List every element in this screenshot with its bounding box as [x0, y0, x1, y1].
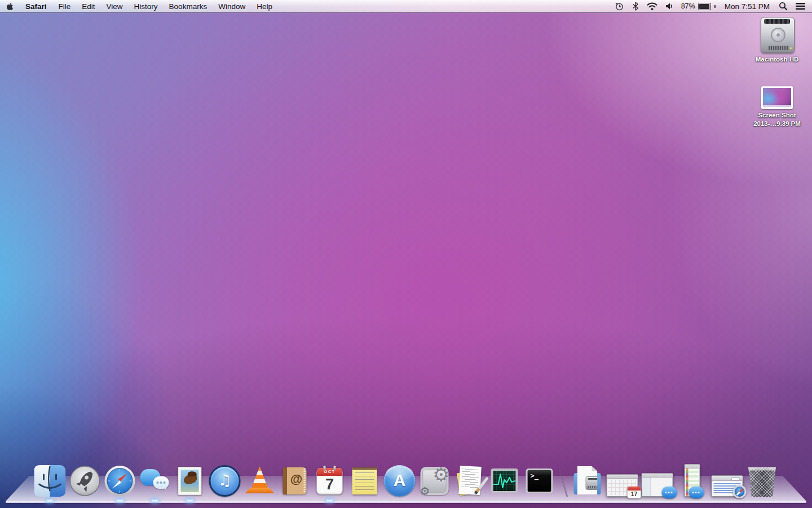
dock-minimized-ical-window[interactable]: 17	[607, 465, 638, 497]
volume-icon[interactable]	[661, 0, 677, 12]
running-indicator	[152, 500, 158, 502]
vlc-icon	[244, 465, 276, 497]
menu-file[interactable]: File	[53, 0, 77, 12]
desktop-icon-macintosh-hd[interactable]: Macintosh HD	[750, 16, 804, 64]
system-preferences-icon: ⚙ ⚙	[419, 465, 451, 497]
menu-view[interactable]: View	[101, 0, 129, 12]
stickies-icon	[349, 465, 381, 497]
dock-messages[interactable]	[139, 465, 171, 497]
menu-safari[interactable]: Safari	[19, 0, 53, 12]
terminal-prompt-glyph: >_	[531, 472, 539, 480]
music-note-glyph: ♫	[211, 471, 239, 489]
messages-icon	[139, 465, 171, 497]
wifi-icon[interactable]	[643, 0, 661, 12]
desktop-wallpaper: Safari File Edit View History Bookmarks …	[0, 0, 812, 508]
textedit-icon	[454, 465, 486, 497]
menu-bookmarks[interactable]: Bookmarks	[164, 0, 213, 12]
dock: ♫ @ OCT 7	[0, 456, 812, 508]
dock-launchpad[interactable]	[69, 465, 101, 497]
trash-icon	[747, 465, 778, 497]
dock-app-store[interactable]: A	[384, 465, 416, 497]
dock-textedit[interactable]	[454, 465, 486, 497]
dock-documents-stack[interactable]	[572, 465, 603, 497]
running-indicator	[187, 500, 193, 502]
safari-badge-icon	[733, 485, 747, 498]
minimized-ical-window: 17	[607, 474, 638, 497]
activity-monitor-icon	[489, 465, 520, 497]
desktop-icon-screenshot[interactable]: Screen Shot 2013-…9.39 PM	[750, 86, 804, 128]
menu-bar: Safari File Edit View History Bookmarks …	[0, 0, 812, 12]
mail-icon	[174, 465, 206, 497]
bluetooth-icon[interactable]	[628, 0, 643, 12]
contacts-icon: @	[279, 465, 311, 497]
dock-minimized-buddy-list-window[interactable]	[677, 465, 708, 497]
dock-safari[interactable]	[104, 465, 136, 497]
at-sign-glyph: @	[289, 472, 304, 487]
menu-history[interactable]: History	[129, 0, 164, 12]
menu-window[interactable]: Window	[213, 0, 251, 12]
dock-system-preferences[interactable]: ⚙ ⚙	[419, 465, 451, 497]
minimized-safari-window	[712, 475, 743, 497]
menu-edit[interactable]: Edit	[76, 0, 100, 12]
finder-icon	[34, 465, 66, 497]
battery-indicator[interactable]: 87%	[677, 0, 720, 12]
dock-minimized-messages-window[interactable]	[642, 465, 673, 497]
dock-ical[interactable]: OCT 7	[314, 465, 346, 497]
minimized-buddy-list-window	[685, 464, 700, 497]
screenshot-thumbnail-icon	[761, 86, 793, 109]
apple-menu[interactable]	[0, 0, 19, 12]
battery-icon	[698, 3, 711, 10]
dock-finder[interactable]	[34, 465, 66, 497]
gear-icon: ⚙	[433, 463, 449, 486]
dock-minimized-safari-window[interactable]	[712, 465, 743, 497]
messages-badge-icon	[689, 487, 704, 498]
calendar-badge-icon: 17	[628, 487, 641, 498]
itunes-icon: ♫	[209, 465, 241, 497]
dock-vlc[interactable]	[244, 465, 276, 497]
dock-terminal[interactable]: >_	[524, 465, 555, 497]
dock-contacts[interactable]: @	[279, 465, 311, 497]
running-indicator	[117, 500, 123, 502]
menu-help[interactable]: Help	[251, 0, 278, 12]
menu-clock[interactable]: Mon 7:51 PM	[720, 2, 775, 11]
desktop-icon-label: Screen Shot 2013-…9.39 PM	[753, 111, 801, 128]
safari-icon	[104, 465, 136, 497]
ical-icon: OCT 7	[314, 465, 346, 497]
dock-shelf-front-edge	[6, 501, 806, 503]
terminal-icon: >_	[524, 465, 555, 497]
dock-divider	[559, 470, 568, 497]
running-indicator	[47, 500, 54, 502]
launchpad-icon	[69, 465, 101, 497]
battery-percent: 87%	[681, 2, 695, 10]
app-store-icon: A	[384, 465, 416, 497]
dock-stickies[interactable]	[349, 465, 381, 497]
app-store-a-glyph: A	[384, 471, 416, 490]
apple-logo-icon	[6, 2, 14, 11]
running-indicator	[326, 500, 333, 502]
dock-activity-monitor[interactable]	[489, 465, 520, 497]
dock-trash[interactable]	[747, 465, 778, 497]
calendar-month-label: OCT	[317, 468, 343, 476]
gear-icon: ⚙	[420, 484, 430, 498]
badge-day-label: 17	[628, 491, 641, 498]
dock-mail[interactable]	[174, 465, 206, 497]
spotlight-icon[interactable]	[775, 0, 792, 12]
notification-center-icon[interactable]	[792, 0, 812, 12]
messages-badge-icon	[662, 487, 677, 498]
hard-drive-icon	[760, 16, 795, 53]
calendar-day-label: 7	[317, 476, 343, 493]
dock-itunes[interactable]: ♫	[209, 465, 241, 497]
documents-stack-icon	[572, 465, 603, 497]
desktop-icon-label: Macintosh HD	[756, 55, 799, 64]
minimized-messages-window	[642, 473, 673, 497]
time-machine-icon[interactable]	[611, 0, 628, 12]
